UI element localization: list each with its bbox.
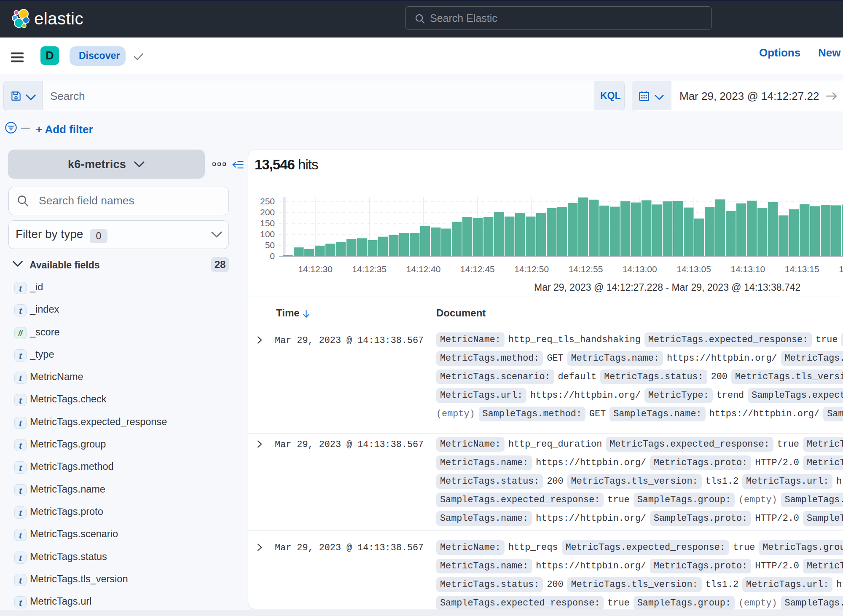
svg-text:250: 250 bbox=[260, 196, 275, 206]
svg-text:100: 100 bbox=[260, 229, 275, 239]
svg-text:14:12:55: 14:12:55 bbox=[569, 264, 603, 274]
svg-text:0: 0 bbox=[270, 251, 275, 261]
svg-text:14:13:10: 14:13:10 bbox=[731, 264, 765, 274]
svg-text:14:13:05: 14:13:05 bbox=[677, 264, 711, 274]
svg-text:14:13:15: 14:13:15 bbox=[785, 264, 819, 274]
svg-text:14:12:40: 14:12:40 bbox=[406, 264, 441, 274]
svg-text:14:12:45: 14:12:45 bbox=[460, 264, 495, 274]
svg-text:14:12:50: 14:12:50 bbox=[514, 264, 549, 274]
svg-text:14:13:00: 14:13:00 bbox=[623, 264, 657, 274]
svg-text:50: 50 bbox=[265, 240, 275, 250]
svg-text:14:12:35: 14:12:35 bbox=[352, 264, 387, 274]
svg-text:150: 150 bbox=[260, 218, 275, 228]
svg-text:14:12:30: 14:12:30 bbox=[298, 264, 333, 274]
svg-text:14:13:20: 14:13:20 bbox=[839, 264, 843, 274]
svg-text:200: 200 bbox=[260, 207, 275, 217]
